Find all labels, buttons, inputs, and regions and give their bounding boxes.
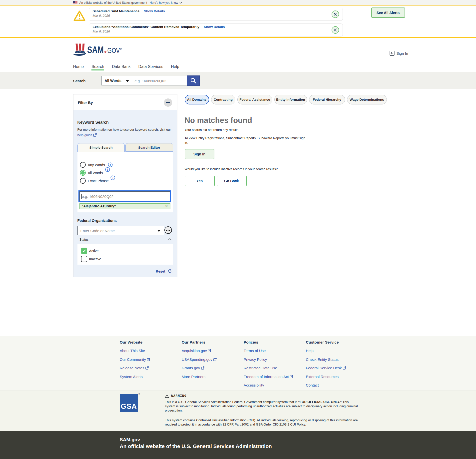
svg-text:i: i [112, 176, 113, 180]
svg-text:i: i [107, 168, 108, 171]
svg-text:SAM: SAM [87, 45, 104, 55]
svg-text:GOV: GOV [107, 46, 120, 54]
svg-text:R: R [120, 48, 121, 50]
svg-text:i: i [110, 163, 111, 167]
